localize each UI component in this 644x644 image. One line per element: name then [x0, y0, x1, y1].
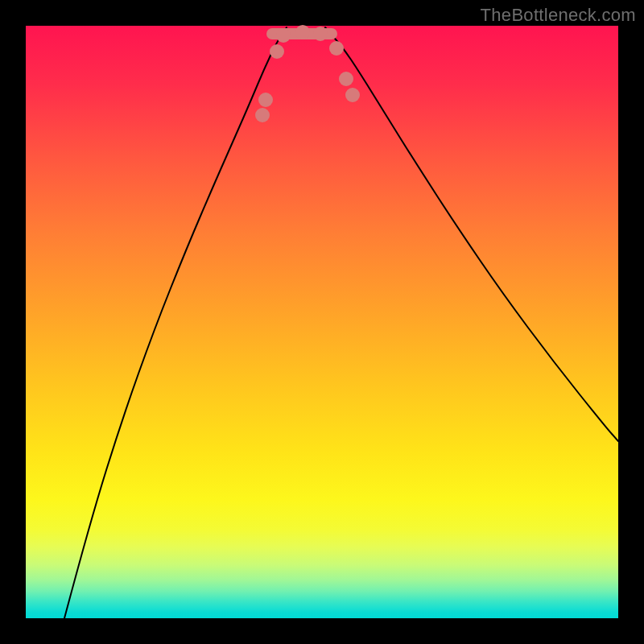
watermark-text: TheBottleneck.com [481, 5, 636, 26]
marker-left-upper-a [255, 108, 270, 122]
curve-layer [26, 26, 618, 618]
marker-plateau-a [276, 28, 291, 43]
marker-plateau-b [295, 25, 310, 39]
plot-area [26, 26, 618, 618]
marker-left-entry [270, 44, 284, 59]
marker-right-entry [329, 41, 344, 56]
right-curve [325, 27, 618, 441]
marker-plateau-c [313, 27, 328, 41]
chart-frame: TheBottleneck.com [0, 0, 644, 644]
marker-left-upper-b [258, 93, 273, 107]
marker-group [255, 25, 360, 122]
left-curve [64, 27, 287, 618]
marker-right-upper-a [339, 72, 353, 86]
marker-right-upper-b [345, 88, 360, 102]
